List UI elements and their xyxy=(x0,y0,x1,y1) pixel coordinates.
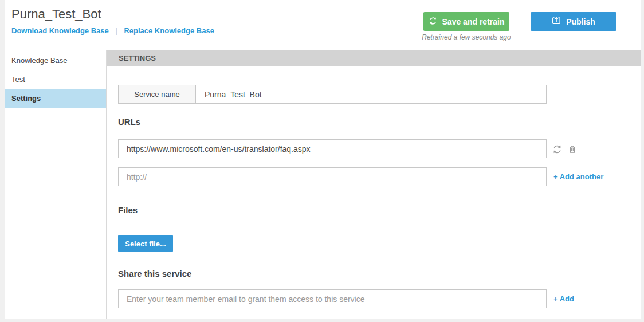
save-and-retrain-label: Save and retrain xyxy=(442,17,505,26)
url-row-actions xyxy=(552,144,577,154)
header-links: Download Knowledge Base | Replace Knowle… xyxy=(11,26,214,35)
sidebar-item-test[interactable]: Test xyxy=(5,70,106,89)
url-input-2[interactable] xyxy=(118,167,547,186)
sidebar-item-label: Knowledge Base xyxy=(11,56,68,65)
download-knowledge-base-link[interactable]: Download Knowledge Base xyxy=(11,26,109,35)
upload-icon xyxy=(552,16,561,27)
link-separator: | xyxy=(115,26,117,35)
publish-label: Publish xyxy=(566,17,595,26)
save-and-retrain-button[interactable]: Save and retrain xyxy=(423,12,509,31)
service-name-label: Service name xyxy=(119,85,196,103)
sidebar: Knowledge Base Test Settings xyxy=(5,51,106,319)
service-name-row: Service name Purna_Test_Bot xyxy=(118,85,547,104)
section-title-bar: SETTINGS xyxy=(107,50,641,66)
publish-button[interactable]: Publish xyxy=(531,12,616,31)
retrain-status: Retrained a few seconds ago xyxy=(412,33,521,41)
share-email-input[interactable] xyxy=(118,289,547,308)
urls-heading: URLs xyxy=(118,117,140,127)
replace-knowledge-base-link[interactable]: Replace Knowledge Base xyxy=(124,26,214,35)
add-another-url-link[interactable]: + Add another xyxy=(553,172,603,181)
sidebar-item-settings[interactable]: Settings xyxy=(5,89,106,108)
url-input-1[interactable] xyxy=(118,139,547,158)
settings-panel: SETTINGS Service name Purna_Test_Bot URL… xyxy=(106,50,641,319)
page-header: Purna_Test_Bot Download Knowledge Base |… xyxy=(5,0,641,50)
add-share-link[interactable]: + Add xyxy=(553,294,574,303)
share-heading: Share this service xyxy=(118,269,191,278)
delete-url-icon[interactable] xyxy=(568,144,577,154)
app-panel: Purna_Test_Bot Download Knowledge Base |… xyxy=(5,0,641,319)
sidebar-item-knowledge-base[interactable]: Knowledge Base xyxy=(5,51,106,70)
select-file-button[interactable]: Select file... xyxy=(118,235,173,252)
service-name-value[interactable]: Purna_Test_Bot xyxy=(196,85,546,103)
sidebar-item-label: Test xyxy=(11,75,25,84)
sidebar-item-label: Settings xyxy=(11,94,41,103)
page-title: Purna_Test_Bot xyxy=(11,7,101,22)
section-title: SETTINGS xyxy=(119,54,156,62)
refresh-icon xyxy=(429,17,437,27)
refresh-url-icon[interactable] xyxy=(552,144,562,154)
files-heading: Files xyxy=(118,205,138,215)
